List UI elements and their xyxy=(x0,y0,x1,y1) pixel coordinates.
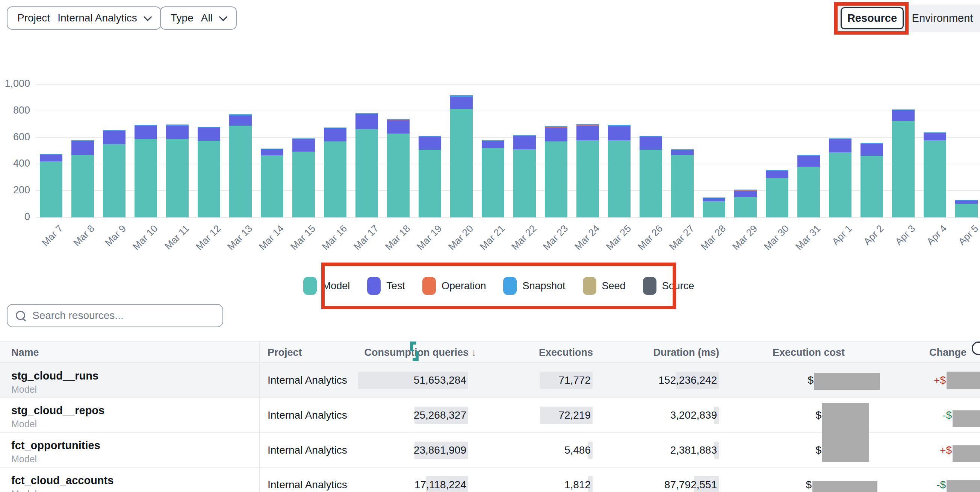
bar-segment-model-mar-7[interactable] xyxy=(40,161,62,217)
bar-segment-model-apr-5[interactable] xyxy=(955,204,978,217)
resource-name-link[interactable]: stg_cloud__runs xyxy=(11,370,99,382)
bar-segment-model-mar-30[interactable] xyxy=(766,178,788,217)
bar-segment-test-mar-19[interactable] xyxy=(418,137,441,150)
bar-segment-test-mar-17[interactable] xyxy=(355,114,378,129)
legend-item-source[interactable]: Source xyxy=(643,277,694,295)
bar-segment-test-apr-3[interactable] xyxy=(892,110,915,121)
bar-segment-test-apr-1[interactable] xyxy=(829,139,851,152)
bar-segment-model-mar-12[interactable] xyxy=(198,141,220,217)
column-header-duration-ms-[interactable]: Duration (ms) xyxy=(654,342,720,363)
bar-segment-test-mar-24[interactable] xyxy=(576,126,599,140)
bar-segment-model-mar-31[interactable] xyxy=(797,167,820,217)
bar-segment-model-mar-11[interactable] xyxy=(166,139,189,217)
bar-segment-snapshot-mar-22[interactable] xyxy=(513,135,536,136)
bar-segment-test-mar-12[interactable] xyxy=(198,128,220,141)
bar-segment-test-mar-16[interactable] xyxy=(324,128,347,141)
bar-segment-snapshot-mar-18[interactable] xyxy=(387,119,410,120)
column-header-executions[interactable]: Executions xyxy=(539,342,593,363)
bar-segment-snapshot-mar-10[interactable] xyxy=(135,125,157,126)
resource-name-link[interactable]: fct_opportunities xyxy=(11,439,100,452)
bar-segment-operation-mar-23[interactable] xyxy=(545,127,567,128)
bar-segment-model-mar-23[interactable] xyxy=(545,141,567,217)
bar-segment-snapshot-mar-20[interactable] xyxy=(450,95,473,97)
bar-segment-test-mar-29[interactable] xyxy=(734,191,757,197)
bar-segment-model-mar-26[interactable] xyxy=(640,150,662,217)
tab-environment[interactable]: Environment xyxy=(907,7,978,29)
bar-segment-model-mar-21[interactable] xyxy=(482,148,504,217)
bar-segment-snapshot-apr-4[interactable] xyxy=(924,133,946,133)
bar-segment-model-mar-9[interactable] xyxy=(103,144,126,217)
bar-segment-test-mar-15[interactable] xyxy=(292,139,315,152)
bar-segment-snapshot-mar-31[interactable] xyxy=(797,155,820,156)
bar-segment-test-mar-21[interactable] xyxy=(482,141,504,148)
bar-segment-snapshot-mar-11[interactable] xyxy=(166,125,189,126)
bar-segment-model-mar-27[interactable] xyxy=(671,155,694,217)
bar-segment-test-mar-18[interactable] xyxy=(387,120,410,134)
bar-segment-test-mar-20[interactable] xyxy=(450,97,473,109)
bar-segment-model-mar-16[interactable] xyxy=(324,141,347,217)
bar-segment-model-apr-3[interactable] xyxy=(892,121,915,217)
legend-item-operation[interactable]: Operation xyxy=(422,277,486,295)
bar-segment-test-mar-13[interactable] xyxy=(229,115,252,126)
bar-segment-test-mar-8[interactable] xyxy=(72,141,94,155)
type-filter-dropdown[interactable]: Type All xyxy=(160,6,237,30)
bar-segment-model-apr-2[interactable] xyxy=(861,156,883,217)
bar-segment-snapshot-mar-7[interactable] xyxy=(40,154,62,155)
bar-segment-snapshot-mar-25[interactable] xyxy=(608,125,630,126)
bar-segment-test-mar-30[interactable] xyxy=(766,171,788,178)
bar-segment-snapshot-mar-14[interactable] xyxy=(261,149,283,149)
bar-segment-snapshot-mar-28[interactable] xyxy=(703,198,725,198)
bar-segment-model-mar-19[interactable] xyxy=(418,150,441,217)
bar-segment-model-mar-18[interactable] xyxy=(387,134,410,217)
bar-segment-snapshot-mar-13[interactable] xyxy=(229,114,252,115)
column-header-project[interactable]: Project xyxy=(267,342,302,363)
legend-item-test[interactable]: Test xyxy=(367,277,405,295)
bar-segment-model-mar-8[interactable] xyxy=(72,155,94,217)
bar-segment-test-mar-7[interactable] xyxy=(40,155,62,161)
bar-segment-test-mar-22[interactable] xyxy=(513,136,536,149)
bar-segment-model-mar-28[interactable] xyxy=(703,201,725,217)
resource-name-link[interactable]: fct_cloud_accounts xyxy=(11,474,113,487)
bar-segment-snapshot-mar-24[interactable] xyxy=(576,124,599,125)
bar-segment-snapshot-mar-23[interactable] xyxy=(545,126,567,127)
bar-segment-model-mar-14[interactable] xyxy=(261,155,283,217)
bar-segment-snapshot-mar-15[interactable] xyxy=(292,138,315,139)
bar-segment-snapshot-mar-9[interactable] xyxy=(103,130,126,131)
bar-segment-test-apr-2[interactable] xyxy=(861,144,883,156)
legend-item-snapshot[interactable]: Snapshot xyxy=(503,277,565,295)
bar-segment-model-mar-24[interactable] xyxy=(576,140,599,217)
bar-segment-model-mar-10[interactable] xyxy=(135,139,157,217)
bar-segment-test-apr-4[interactable] xyxy=(924,133,946,140)
bar-segment-test-mar-11[interactable] xyxy=(166,126,189,139)
bar-segment-test-mar-14[interactable] xyxy=(261,149,283,155)
bar-segment-test-mar-25[interactable] xyxy=(608,126,630,140)
bar-segment-model-apr-1[interactable] xyxy=(829,152,851,217)
bar-segment-test-mar-28[interactable] xyxy=(703,198,725,201)
bar-segment-model-mar-15[interactable] xyxy=(292,152,315,217)
bar-segment-model-mar-25[interactable] xyxy=(608,140,630,217)
bar-segment-operation-mar-29[interactable] xyxy=(734,190,757,191)
bar-segment-snapshot-mar-12[interactable] xyxy=(198,127,220,128)
project-filter-dropdown[interactable]: Project Internal Analytics xyxy=(7,6,161,30)
bar-segment-snapshot-apr-1[interactable] xyxy=(829,138,851,139)
bar-segment-snapshot-mar-26[interactable] xyxy=(640,136,662,137)
bar-segment-operation-mar-18[interactable] xyxy=(387,120,410,120)
bar-segment-snapshot-apr-3[interactable] xyxy=(892,109,915,110)
column-header-execution-cost[interactable]: Execution cost xyxy=(773,342,845,363)
bar-segment-model-apr-4[interactable] xyxy=(924,140,946,217)
bar-segment-model-mar-29[interactable] xyxy=(734,197,757,217)
bar-segment-test-mar-10[interactable] xyxy=(135,126,157,139)
bar-segment-snapshot-mar-17[interactable] xyxy=(355,113,378,114)
tab-resource[interactable]: Resource xyxy=(841,7,904,29)
legend-item-model[interactable]: Model xyxy=(303,277,350,295)
bar-segment-snapshot-mar-19[interactable] xyxy=(418,136,441,137)
bar-segment-model-mar-22[interactable] xyxy=(513,149,536,217)
bar-segment-snapshot-apr-5[interactable] xyxy=(955,200,978,200)
bar-segment-snapshot-mar-27[interactable] xyxy=(671,149,694,150)
bar-segment-snapshot-mar-21[interactable] xyxy=(482,140,504,141)
bar-segment-test-mar-9[interactable] xyxy=(103,131,126,144)
bar-segment-operation-mar-24[interactable] xyxy=(576,125,599,126)
column-header-change[interactable]: Change xyxy=(929,342,966,363)
column-header-name[interactable]: Name xyxy=(11,342,39,363)
bar-segment-snapshot-mar-8[interactable] xyxy=(72,140,94,141)
